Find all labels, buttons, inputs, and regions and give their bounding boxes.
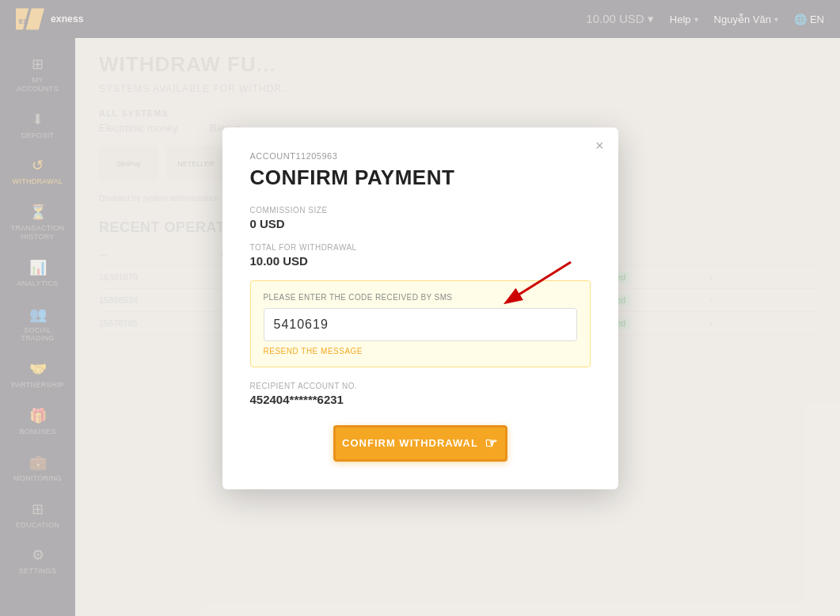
sms-code-section: PLEASE ENTER THE CODE RECEIVED BY SMS RE… [250,280,591,367]
cursor-icon: ☞ [485,435,498,452]
confirm-withdrawal-button[interactable]: CONFIRM WITHDRAWAL ☞ [333,425,507,462]
resend-link[interactable]: RESEND THE MESSAGE [264,347,577,356]
modal-close-button[interactable]: × [595,139,604,153]
commission-label: COMMISSION SIZE [250,206,591,215]
recipient-account-label: RECIPIENT ACCOUNT NO. [250,382,591,390]
confirm-payment-modal: × ACCOUNT11205963 CONFIRM PAYMENT COMMIS… [222,127,618,489]
sms-label: PLEASE ENTER THE CODE RECEIVED BY SMS [264,293,577,302]
modal-overlay: × ACCOUNT11205963 CONFIRM PAYMENT COMMIS… [0,0,840,616]
modal-title: CONFIRM PAYMENT [250,165,591,190]
sms-code-input[interactable] [264,308,577,341]
total-value: 10.00 USD [250,254,591,268]
total-label: TOTAL FOR WITHDRAWAL [250,243,591,252]
commission-value: 0 USD [250,217,591,230]
recipient-account-value: 452404******6231 [250,393,591,406]
confirm-withdrawal-label: CONFIRM WITHDRAWAL [342,437,478,449]
modal-account-label: ACCOUNT11205963 [250,151,591,161]
